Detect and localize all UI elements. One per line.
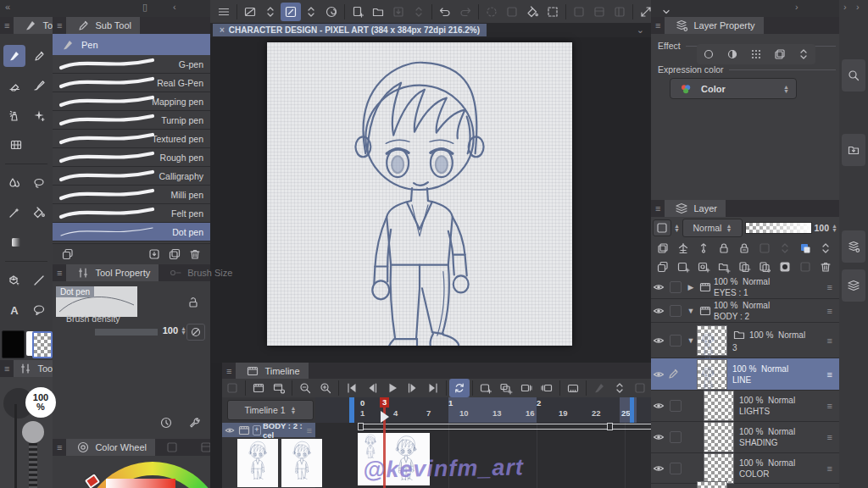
- layer-palette-icon[interactable]: [653, 219, 671, 236]
- tab-mini-tool[interactable]: Tool: [14, 360, 53, 377]
- density-dynamics-button[interactable]: [186, 324, 205, 341]
- layer-thumbnail[interactable]: [704, 391, 734, 421]
- brush-tool[interactable]: [28, 75, 50, 97]
- mast-icon[interactable]: [673, 239, 693, 258]
- panel-menu-icon[interactable]: ≡: [651, 203, 665, 214]
- layer-menu-icon[interactable]: ≡: [827, 401, 832, 411]
- page-p-icon[interactable]: [734, 258, 754, 276]
- frame-border-tool[interactable]: [5, 134, 27, 156]
- collapse-subtool-icon[interactable]: ‹: [173, 2, 176, 12]
- fill-tool[interactable]: [28, 202, 50, 224]
- blend-tool[interactable]: [3, 172, 25, 194]
- eye-icon[interactable]: [651, 462, 666, 475]
- decoration-tool[interactable]: [28, 104, 50, 126]
- slider-track-line[interactable]: [14, 404, 17, 488]
- layer-row-shading[interactable]: 100 % Normal SHADING ≡: [651, 422, 839, 453]
- panel-menu-icon[interactable]: ≡: [53, 268, 66, 278]
- skip-end-icon[interactable]: [423, 379, 443, 397]
- tab-list-chevron-icon[interactable]: ⌄: [637, 25, 644, 36]
- panel-menu-icon[interactable]: ≡: [0, 20, 14, 30]
- layer-row-3[interactable]: ▼ 100 % Normal 3 ≡: [651, 323, 839, 358]
- dock-magnifier-button[interactable]: [842, 59, 865, 92]
- pen-item[interactable]: Turnip pen: [53, 111, 210, 130]
- eye-icon[interactable]: [651, 430, 666, 444]
- pen-item[interactable]: Real G-Pen: [53, 74, 210, 92]
- transparent-color-swatch[interactable]: [32, 331, 53, 358]
- menu-icon[interactable]: [214, 3, 234, 21]
- cel2-plus-icon[interactable]: [496, 379, 516, 397]
- gradient-tool[interactable]: [5, 231, 27, 253]
- dock-chevron-icon[interactable]: ›: [843, 2, 847, 12]
- layer-menu-icon[interactable]: ≡: [827, 306, 832, 316]
- tab-color-slider[interactable]: [155, 439, 189, 456]
- trash-icon[interactable]: [185, 245, 205, 263]
- subtool-group-pen[interactable]: Pen: [53, 34, 210, 55]
- opacity-slider[interactable]: [745, 222, 812, 234]
- eye-icon[interactable]: [651, 334, 666, 347]
- brush-size-track[interactable]: [29, 441, 37, 488]
- expression-color-select[interactable]: Color ▲▼: [670, 78, 797, 99]
- panel-menu-icon[interactable]: ≡: [222, 366, 236, 376]
- layer-row-line[interactable]: 100 % Normal LINE ≡: [651, 358, 839, 391]
- import-cel-icon[interactable]: [144, 245, 164, 263]
- selection-tool[interactable]: [28, 172, 50, 194]
- pen-item[interactable]: Dot pen: [53, 223, 210, 241]
- border-effect-icon[interactable]: [698, 45, 719, 64]
- panel-menu-icon[interactable]: ≡: [0, 363, 14, 374]
- tab-subtool[interactable]: Sub Tool: [66, 17, 140, 34]
- track-menu-icon[interactable]: ≡: [307, 425, 312, 435]
- dock-material-folder-button[interactable]: [842, 134, 865, 166]
- chev-ud-icon[interactable]: [301, 3, 321, 21]
- new-layer-icon[interactable]: [673, 258, 693, 276]
- playhead-frame-box[interactable]: 3: [380, 397, 389, 408]
- pencil-tool[interactable]: [28, 45, 50, 67]
- cel-thumbnail[interactable]: [237, 439, 278, 487]
- palette-blue-icon[interactable]: [795, 239, 815, 258]
- layer-row-lights[interactable]: 100 % Normal LIGHTS ≡: [651, 391, 839, 422]
- timeline-end-marker[interactable]: [630, 397, 634, 423]
- eraser-tool[interactable]: [3, 75, 25, 97]
- eye-icon[interactable]: [651, 304, 666, 318]
- pen-item[interactable]: Flat marker: [53, 241, 210, 243]
- figure-tool[interactable]: [28, 269, 50, 291]
- operation-tool[interactable]: [3, 269, 25, 291]
- tab-layer-property[interactable]: Layer Property: [665, 17, 763, 34]
- pen-item[interactable]: Milli pen: [53, 186, 210, 204]
- skip-start-icon[interactable]: [342, 379, 362, 397]
- layer-menu-icon[interactable]: ≡: [827, 463, 832, 474]
- wrench-icon[interactable]: [185, 413, 205, 432]
- mag-minus-icon[interactable]: [295, 379, 315, 397]
- tab-color-set[interactable]: [189, 439, 210, 456]
- layer-thumbnail[interactable]: [697, 359, 727, 390]
- tab-layer[interactable]: Layer: [665, 200, 726, 217]
- dock-chevron-icon[interactable]: ›: [856, 2, 860, 12]
- frame-prev-icon[interactable]: [362, 379, 382, 397]
- new-folder-icon[interactable]: [714, 258, 734, 276]
- duplicate-icon[interactable]: [164, 245, 185, 263]
- sel-dash-icon[interactable]: [542, 3, 563, 21]
- palette-stepper[interactable]: ▲▼: [674, 224, 680, 232]
- stack-copy-icon[interactable]: [58, 245, 78, 263]
- layer-checkbox[interactable]: [670, 305, 682, 317]
- page-p2-icon[interactable]: [754, 258, 775, 276]
- layer-checkbox[interactable]: [670, 335, 682, 347]
- pen-item[interactable]: G-pen: [53, 55, 210, 74]
- pencil-sq-icon[interactable]: [281, 3, 301, 21]
- cel-thumbnail[interactable]: [281, 439, 322, 487]
- eye-icon[interactable]: [651, 280, 666, 294]
- lock-icon[interactable]: [714, 239, 734, 258]
- layer-thumbnail[interactable]: [697, 325, 727, 356]
- pen-item[interactable]: Rough pen: [53, 148, 210, 167]
- panel-menu-icon[interactable]: ≡: [53, 20, 66, 30]
- mag-plus-icon[interactable]: [315, 379, 336, 397]
- layer-row-body-2[interactable]: ▼ 100 % Normal BODY : 2 ≡: [651, 299, 839, 323]
- density-stepper[interactable]: ▲▼: [181, 326, 186, 335]
- cel-frame-icon[interactable]: [248, 379, 269, 397]
- airbrush-tool[interactable]: [3, 104, 25, 126]
- dock-layers-button[interactable]: [842, 269, 865, 302]
- undo-icon[interactable]: [435, 3, 455, 21]
- layer-menu-icon[interactable]: ≡: [827, 282, 832, 292]
- unlock-icon[interactable]: [183, 293, 203, 312]
- brush-size-knob[interactable]: [22, 421, 44, 443]
- tab-color-wheel[interactable]: Color Wheel: [66, 439, 155, 456]
